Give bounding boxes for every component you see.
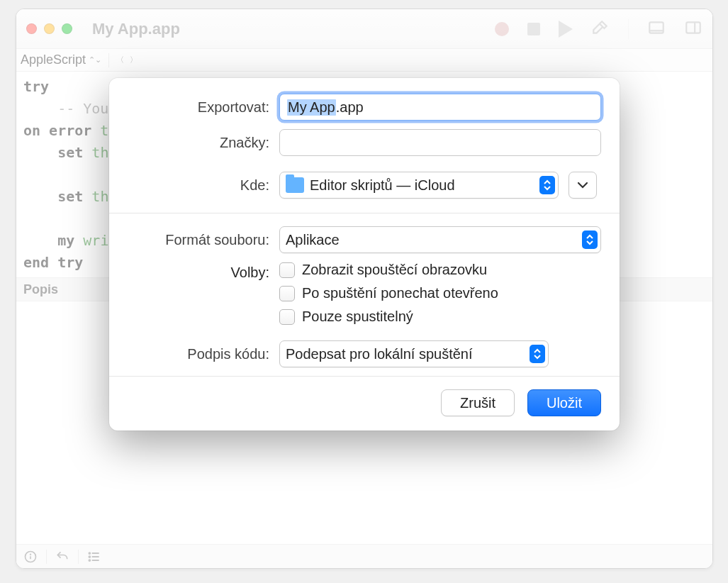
option-show-startup-label: Zobrazit spouštěcí obrazovku (302, 262, 487, 278)
export-label: Exportovat: (128, 99, 269, 116)
language-selector[interactable]: AppleScript (21, 52, 86, 67)
description-label: Popis (23, 282, 58, 297)
folder-icon (286, 177, 304, 193)
codesign-label: Podpis kódu: (128, 346, 269, 362)
chevron-updown-icon: ⌃⌄ (89, 55, 101, 65)
where-value: Editor skriptů — iCloud (310, 177, 534, 194)
svg-point-10 (89, 553, 91, 554)
cancel-button[interactable]: Zrušit (441, 389, 515, 416)
play-icon[interactable] (559, 21, 573, 38)
svg-point-12 (89, 560, 91, 561)
file-format-value: Aplikace (286, 232, 576, 248)
code-keyword: my (57, 232, 74, 249)
filename-rest-text: .app (336, 99, 364, 116)
traffic-lights (26, 23, 72, 34)
filename-selected-text: My App (287, 99, 336, 116)
nav-left-icon[interactable]: 〈 (116, 55, 124, 65)
window-title: My App.app (92, 20, 180, 38)
code-keyword: end try (23, 254, 83, 271)
where-label: Kde: (128, 177, 269, 194)
toolbar-icons (495, 18, 702, 40)
build-icon[interactable] (591, 18, 610, 40)
code-keyword: try (23, 78, 49, 95)
titlebar: My App.app (16, 9, 712, 49)
info-icon[interactable] (22, 548, 39, 565)
svg-point-11 (89, 556, 91, 557)
option-run-only-label: Pouze spustitelný (302, 309, 413, 325)
separator (109, 213, 620, 213)
run-only-checkbox[interactable] (279, 309, 295, 325)
list-icon[interactable] (86, 548, 103, 565)
close-window-button[interactable] (26, 23, 37, 34)
popup-chevrons-icon (530, 345, 545, 363)
expand-save-panel-button[interactable] (569, 172, 597, 199)
cancel-button-label: Zrušit (460, 395, 495, 411)
zoom-window-button[interactable] (62, 23, 72, 34)
language-bar: AppleScript ⌃⌄ 〈 〉 (16, 49, 712, 72)
tags-label: Značky: (128, 135, 269, 151)
show-startup-screen-checkbox[interactable] (279, 262, 295, 278)
stop-icon[interactable] (527, 23, 540, 35)
export-dialog: Exportovat: My App.app Značky: Kde: Edit… (109, 78, 620, 431)
minimize-window-button[interactable] (44, 23, 55, 34)
save-button-label: Uložit (547, 395, 582, 411)
code-keyword: set (57, 144, 83, 161)
file-format-label: Formát souboru: (128, 232, 269, 248)
file-format-popup[interactable]: Aplikace (279, 226, 601, 253)
nav-right-icon[interactable]: 〉 (130, 55, 138, 65)
where-popup[interactable]: Editor skriptů — iCloud (279, 172, 559, 199)
codesign-value: Podepsat pro lokální spuštění (286, 346, 524, 362)
stay-open-checkbox[interactable] (279, 286, 295, 301)
sidebar-toggle-icon[interactable] (647, 18, 666, 40)
svg-point-6 (30, 554, 31, 555)
export-filename-input[interactable]: My App.app (279, 94, 601, 121)
separator (109, 376, 620, 377)
status-bar (16, 544, 712, 568)
code-keyword: on error (23, 122, 91, 139)
save-button[interactable]: Uložit (527, 389, 601, 416)
option-stay-open-label: Po spuštění ponechat otevřeno (302, 285, 498, 301)
record-icon[interactable] (495, 22, 509, 36)
reply-icon[interactable] (54, 548, 71, 565)
svg-rect-2 (686, 22, 700, 33)
tags-input[interactable] (279, 129, 601, 156)
code-keyword: set (57, 188, 83, 205)
codesign-popup[interactable]: Podepsat pro lokální spuštění (279, 340, 549, 367)
options-label: Volby: (128, 262, 269, 281)
popup-chevrons-icon (539, 176, 555, 194)
panel-toggle-icon[interactable] (684, 18, 702, 40)
popup-chevrons-icon (582, 231, 598, 249)
